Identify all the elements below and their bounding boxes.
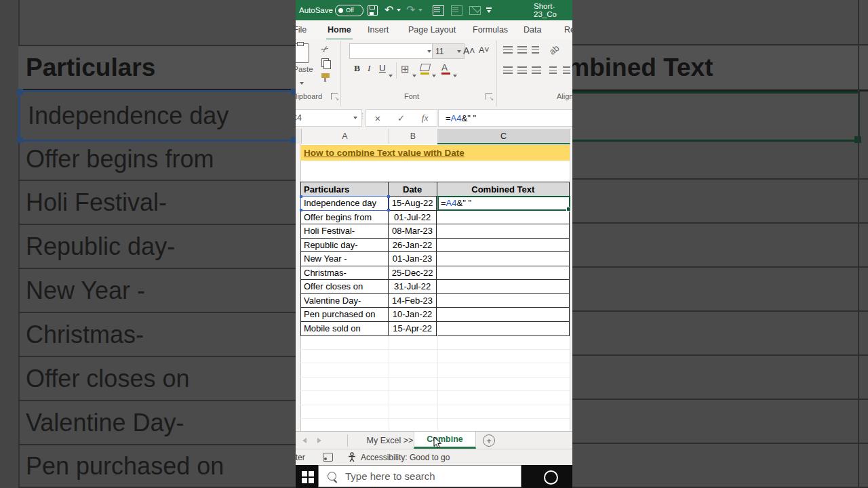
enter-icon[interactable]: ✓ bbox=[397, 113, 405, 123]
cell-C7[interactable] bbox=[437, 239, 569, 253]
cell-C12[interactable] bbox=[437, 308, 569, 322]
align-left-button[interactable] bbox=[503, 66, 513, 74]
fill-color-button[interactable] bbox=[420, 64, 430, 71]
font-size-combobox[interactable]: 11 bbox=[432, 43, 465, 59]
underline-dropdown[interactable] bbox=[389, 68, 393, 80]
chevron-down-icon bbox=[300, 82, 304, 85]
formula-input[interactable]: =A4&" " bbox=[438, 109, 572, 127]
undo-button[interactable]: ↶ bbox=[384, 0, 393, 20]
redo-button[interactable]: ↷ bbox=[406, 0, 415, 20]
format-painter-button[interactable] bbox=[321, 73, 330, 78]
font-name-combobox[interactable] bbox=[349, 43, 435, 59]
cell-A10[interactable]: Offer closes on bbox=[301, 280, 389, 294]
font-color-button[interactable]: A bbox=[441, 62, 448, 73]
cell-B12[interactable]: 10-Jan-22 bbox=[389, 308, 437, 322]
cell-C5[interactable] bbox=[437, 211, 569, 225]
save-button[interactable] bbox=[368, 0, 378, 20]
cortana-button[interactable] bbox=[544, 470, 558, 485]
gridline bbox=[300, 349, 570, 350]
autosave-toggle[interactable]: Off bbox=[335, 0, 363, 20]
cell-B10[interactable]: 31-Jul-22 bbox=[389, 280, 437, 294]
scrollbar-sliver[interactable] bbox=[570, 144, 572, 431]
copy-button[interactable] bbox=[321, 58, 329, 67]
ribbon-tab-formulas[interactable]: Formulas bbox=[471, 20, 509, 39]
column-header-a[interactable]: A bbox=[301, 129, 389, 144]
cell-B9[interactable]: 25-Dec-22 bbox=[389, 266, 437, 281]
start-button[interactable] bbox=[302, 471, 313, 483]
paste-dropdown[interactable] bbox=[300, 75, 304, 87]
clipboard-dialog-launcher[interactable] bbox=[331, 93, 338, 100]
cell-A7[interactable]: Republic day- bbox=[301, 239, 389, 253]
accessibility-checker[interactable]: Accessibility: Good to go bbox=[347, 449, 450, 465]
orientation-button[interactable]: ab bbox=[547, 43, 561, 57]
cell-A13[interactable]: Mobile sold on bbox=[301, 322, 389, 336]
align-top-button[interactable] bbox=[503, 46, 513, 54]
cell-B5[interactable]: 01-Jul-22 bbox=[389, 211, 437, 225]
active-cell-editor[interactable]: =A4&" " bbox=[437, 196, 570, 211]
align-right-button[interactable] bbox=[532, 66, 541, 74]
redo-dropdown[interactable] bbox=[418, 0, 422, 20]
header-combined-text[interactable]: Combined Text bbox=[437, 182, 570, 197]
cell-C13[interactable] bbox=[437, 322, 569, 336]
cell-C10[interactable] bbox=[437, 280, 569, 294]
shrink-font-button[interactable]: A˅ bbox=[479, 46, 490, 55]
column-header-b[interactable]: B bbox=[389, 129, 438, 144]
cell-A9[interactable]: Christmas- bbox=[301, 266, 389, 281]
cell-B8[interactable]: 01-Jan-23 bbox=[389, 252, 437, 266]
font-color-dropdown[interactable] bbox=[453, 68, 457, 80]
cell-B7[interactable]: 26-Jan-22 bbox=[389, 239, 437, 253]
cell-A12[interactable]: Pen purchased on bbox=[301, 308, 389, 322]
taskbar-search[interactable]: Type here to search bbox=[318, 465, 521, 487]
ribbon-tab-file[interactable]: File bbox=[296, 20, 308, 39]
name-box[interactable]: C4 bbox=[296, 109, 362, 127]
header-particulars[interactable]: Particulars bbox=[301, 182, 389, 197]
paste-button[interactable] bbox=[296, 43, 309, 63]
cell-B4[interactable]: 15-Aug-22 bbox=[389, 197, 437, 211]
ribbon-tab-page-layout[interactable]: Page Layout bbox=[407, 20, 457, 39]
borders-dropdown[interactable] bbox=[412, 68, 416, 80]
sheet-tab-combine[interactable]: Combine bbox=[414, 432, 476, 449]
ribbon-tab-review[interactable]: Review bbox=[563, 20, 572, 39]
prev-sheet-arrow[interactable] bbox=[302, 438, 307, 443]
cell-B11[interactable]: 14-Feb-23 bbox=[389, 294, 437, 308]
grow-font-button[interactable]: A˄ bbox=[463, 46, 475, 56]
cell-B13[interactable]: 15-Apr-22 bbox=[389, 322, 437, 336]
cancel-icon[interactable]: × bbox=[374, 113, 380, 124]
underline-button[interactable]: U bbox=[379, 64, 386, 73]
bold-button[interactable]: B bbox=[354, 64, 360, 73]
customize-quick-access-button[interactable] bbox=[486, 0, 492, 20]
italic-button[interactable]: I bbox=[368, 64, 371, 73]
align-bottom-button[interactable] bbox=[532, 46, 539, 54]
ribbon-tab-data[interactable]: Data bbox=[522, 20, 542, 39]
column-header-c[interactable]: C bbox=[437, 129, 570, 144]
font-dialog-launcher[interactable] bbox=[486, 93, 492, 100]
cell-A8[interactable]: New Year - bbox=[301, 252, 389, 266]
quick-access-form-button[interactable] bbox=[433, 0, 444, 20]
align-center-button[interactable] bbox=[517, 66, 527, 74]
quick-access-mail-button[interactable] bbox=[469, 0, 481, 20]
sheet-title-cell[interactable]: How to combine Text value with Date bbox=[300, 145, 570, 161]
ribbon-tab-home[interactable]: Home bbox=[326, 20, 353, 41]
cell-C8[interactable] bbox=[437, 252, 569, 266]
quick-access-table-button[interactable] bbox=[451, 0, 462, 20]
cell-B6[interactable]: 08-Mar-23 bbox=[389, 224, 437, 239]
decrease-indent-button[interactable] bbox=[549, 66, 557, 74]
insert-function-icon[interactable]: fx bbox=[422, 113, 429, 123]
align-middle-button[interactable] bbox=[517, 46, 527, 54]
increase-indent-button[interactable] bbox=[563, 66, 570, 74]
ribbon-tab-insert[interactable]: Insert bbox=[366, 20, 390, 39]
cell-A6[interactable]: Holi Festival- bbox=[301, 224, 389, 239]
header-date[interactable]: Date bbox=[389, 182, 437, 197]
borders-button[interactable]: ⊞ bbox=[401, 64, 410, 74]
fill-color-dropdown[interactable] bbox=[432, 68, 436, 80]
cell-A5[interactable]: Offer begins from bbox=[301, 211, 389, 225]
cell-A11[interactable]: Valentine Day- bbox=[301, 294, 389, 308]
cell-C11[interactable] bbox=[437, 294, 569, 308]
next-sheet-arrow[interactable] bbox=[317, 438, 321, 443]
cell-C6[interactable] bbox=[437, 224, 569, 239]
add-sheet-button[interactable]: + bbox=[483, 434, 495, 447]
cell-C9[interactable] bbox=[437, 266, 569, 281]
undo-dropdown[interactable] bbox=[397, 0, 401, 20]
cut-button[interactable]: ✂ bbox=[319, 43, 330, 55]
macro-record-button[interactable] bbox=[323, 449, 333, 465]
